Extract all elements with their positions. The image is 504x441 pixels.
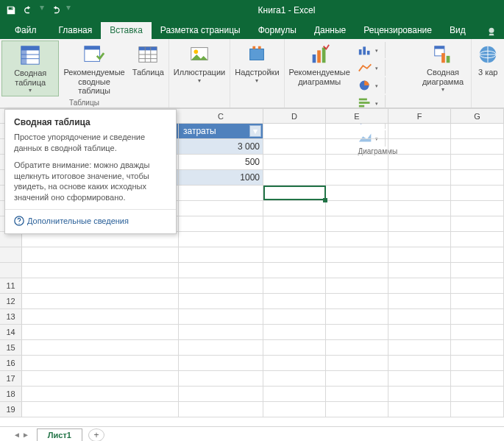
recommended-charts-button[interactable]: Рекомендуемые диаграммы — [286, 40, 353, 88]
redo-button[interactable] — [47, 2, 63, 18]
row-header[interactable]: 11 — [0, 278, 22, 293]
grid-cell[interactable] — [263, 124, 326, 138]
recommended-pivot-label: Рекомендуемые сводные таблицы — [63, 68, 124, 96]
grid-cell[interactable] — [179, 186, 263, 200]
qat-customize[interactable]: ▾ — [66, 2, 71, 18]
3d-map-button[interactable]: 3 кар — [473, 40, 503, 80]
sheet-nav-prev-icon[interactable]: ◄ — [13, 431, 21, 439]
svg-rect-19 — [317, 50, 321, 63]
ribbon-group-addins: Надстройки ▾ — [230, 39, 284, 107]
table-button[interactable]: Таблица — [129, 40, 167, 80]
sheet-nav: ◄ ► — [13, 431, 29, 439]
line-chart-button[interactable]: ▾ — [355, 60, 386, 76]
grid-cell[interactable] — [451, 155, 504, 169]
row-header[interactable]: 14 — [0, 325, 22, 339]
filter-button-icon[interactable]: ▾ — [249, 125, 261, 137]
col-header-e[interactable]: E — [326, 109, 388, 123]
svg-rect-38 — [435, 46, 444, 49]
grid-cell[interactable] — [388, 155, 451, 169]
grid-cell[interactable] — [451, 186, 504, 200]
grid-cell[interactable] — [388, 170, 451, 185]
addins-icon — [245, 43, 269, 66]
column-chart-button[interactable]: ▾ — [355, 42, 386, 58]
addins-button[interactable]: Надстройки ▾ — [232, 40, 282, 86]
ribbon: Сводная таблица ▾ Рекомендуемые сводные … — [0, 39, 504, 108]
add-sheet-button[interactable]: + — [88, 428, 104, 442]
row-header[interactable]: 19 — [0, 402, 22, 417]
row-header[interactable]: 15 — [0, 340, 22, 355]
grid-cell[interactable] — [263, 170, 326, 185]
pivot-chart-button[interactable]: Сводная диаграмма ▾ — [416, 40, 469, 95]
grid-cell[interactable]: 500 — [179, 155, 263, 169]
tab-home[interactable]: Главная — [50, 22, 102, 39]
sheet-tab[interactable]: Лист1 — [37, 428, 82, 441]
3d-map-label: 3 кар — [478, 68, 497, 77]
help-icon — [14, 216, 24, 226]
tab-view[interactable]: Вид — [441, 22, 475, 39]
grid-cell[interactable] — [326, 139, 388, 154]
grid-cell[interactable] — [263, 155, 326, 169]
ribbon-group-tables: Сводная таблица ▾ Рекомендуемые сводные … — [0, 39, 169, 107]
tab-page-layout[interactable]: Разметка страницы — [152, 22, 249, 39]
svg-rect-8 — [139, 47, 157, 51]
grid-cell[interactable] — [451, 124, 504, 138]
addins-label: Надстройки — [235, 68, 279, 77]
sheet-nav-next-icon[interactable]: ► — [22, 431, 29, 439]
grid-cell[interactable] — [326, 186, 388, 200]
col-header-g[interactable]: G — [451, 109, 504, 123]
row-header[interactable]: 12 — [0, 294, 22, 308]
tab-formulas[interactable]: Формулы — [249, 22, 305, 39]
save-button[interactable] — [3, 2, 19, 18]
chevron-down-icon: ▾ — [29, 87, 32, 94]
grid-cell[interactable] — [451, 139, 504, 154]
qat-separator: ▾ — [40, 2, 44, 18]
screentip-title: Сводная таблица — [14, 117, 167, 127]
tab-insert[interactable]: Вставка — [101, 22, 152, 39]
col-header-f[interactable]: F — [388, 109, 451, 123]
ribbon-tabs: Файл Главная Вставка Разметка страницы Ф… — [0, 21, 504, 39]
svg-rect-6 — [85, 46, 100, 50]
tell-me-icon[interactable] — [483, 27, 500, 39]
screentip-more-link[interactable]: Дополнительные сведения — [5, 209, 176, 226]
tab-data[interactable]: Данные — [305, 22, 355, 39]
row-header[interactable]: 17 — [0, 371, 22, 386]
col-header-d[interactable]: D — [263, 109, 326, 123]
ribbon-group-charts: Рекомендуемые диаграммы ▾ ▾ ▾ ▾ ▾ ▾ Свод… — [285, 39, 472, 107]
recommended-pivot-icon — [82, 43, 106, 66]
active-cell[interactable] — [263, 186, 326, 200]
col-header-c[interactable]: C — [179, 109, 263, 123]
svg-text:▾: ▾ — [375, 65, 378, 71]
undo-button[interactable] — [21, 2, 37, 18]
grid-cell[interactable] — [388, 139, 451, 154]
grid-cell[interactable] — [326, 170, 388, 185]
grid-cell[interactable] — [388, 124, 451, 138]
grid-cell[interactable] — [388, 186, 451, 200]
pie-chart-button[interactable]: ▾ — [355, 77, 386, 94]
screentip-text: Обратите внимание: можно дважды щелкнуть… — [14, 160, 167, 203]
table-icon — [136, 43, 160, 66]
table-label: Таблица — [132, 68, 164, 77]
svg-rect-30 — [359, 105, 364, 107]
table-header-cell[interactable]: затраты ▾ — [179, 124, 263, 138]
svg-rect-22 — [363, 46, 366, 54]
grid-cell[interactable] — [326, 155, 388, 169]
grid-cell[interactable]: 1000 — [179, 170, 263, 185]
illustrations-label: Иллюстрации — [174, 68, 225, 77]
tab-review[interactable]: Рецензирование — [355, 22, 441, 39]
pivot-table-button[interactable]: Сводная таблица ▾ — [1, 40, 59, 96]
row-header[interactable]: 16 — [0, 356, 22, 370]
recommended-pivot-button[interactable]: Рекомендуемые сводные таблицы — [60, 40, 127, 98]
chevron-down-icon: ▾ — [198, 77, 201, 84]
grid-cell[interactable] — [326, 124, 388, 138]
grid-cell[interactable] — [451, 170, 504, 185]
grid-cell[interactable]: 3 000 — [179, 139, 263, 154]
worksheet-grid[interactable]: C D E F G е ▾ затраты ▾ 3 000 — [0, 108, 504, 426]
illustrations-button[interactable]: Иллюстрации ▾ — [171, 40, 228, 86]
svg-text:▾: ▾ — [375, 100, 378, 107]
tab-file[interactable]: Файл — [6, 22, 46, 39]
row-header[interactable]: 13 — [0, 309, 22, 324]
svg-rect-23 — [367, 51, 370, 55]
grid-cell[interactable] — [263, 139, 326, 154]
row-header[interactable]: 18 — [0, 387, 22, 401]
svg-rect-28 — [359, 99, 367, 101]
